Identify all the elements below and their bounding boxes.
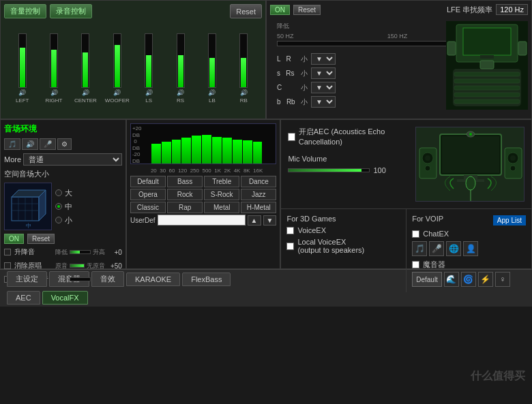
brb-select[interactable]: ▼: [311, 96, 336, 108]
env-reset-btn[interactable]: Reset: [27, 234, 55, 244]
eq-opera-btn[interactable]: Opera: [130, 189, 166, 200]
effect-icon-3[interactable]: 🌐: [446, 241, 461, 256]
svg-rect-9: [454, 79, 520, 83]
center-slider[interactable]: [81, 33, 89, 88]
tab-vocalfx[interactable]: VocalFX: [42, 291, 88, 305]
chatex-checkbox[interactable]: [412, 230, 419, 238]
eq-arrow-up[interactable]: ▲: [248, 215, 261, 226]
eq-user-row: UserDef ▲ ▼: [130, 215, 277, 226]
pitch-check[interactable]: [4, 249, 11, 255]
c-select[interactable]: ▼: [311, 82, 336, 93]
recording-control-btn[interactable]: 录音控制: [50, 4, 92, 18]
ls-channel: 🔊 LS: [134, 33, 164, 104]
svg-point-39: [466, 176, 475, 190]
eq-default-btn[interactable]: Default: [130, 176, 166, 187]
tab-main-settings[interactable]: 主设定: [7, 271, 47, 287]
right-channel: 🔊 RIGHT: [39, 33, 68, 104]
tab-karaoke[interactable]: KARAOKE: [126, 273, 180, 286]
mic-vol-label: Mic Volume: [288, 155, 409, 163]
effect-icon-1[interactable]: 🎵: [412, 241, 427, 256]
speaker-theater-image: [446, 21, 528, 110]
magic-label: 魔音器: [423, 260, 447, 270]
audio-reset-btn[interactable]: Reset: [230, 4, 262, 18]
eq-jazz-btn[interactable]: Jazz: [241, 189, 276, 200]
env-btn-3[interactable]: 🎤: [40, 138, 56, 150]
left-slider[interactable]: [18, 33, 27, 88]
srs-select[interactable]: ▼: [311, 67, 336, 79]
eq-bar-6: [202, 135, 211, 164]
env-btn-4[interactable]: ⚙: [57, 138, 72, 150]
env-btn-1[interactable]: 🎵: [4, 138, 20, 150]
woofer-label: WOOFER: [105, 97, 130, 104]
preset-select[interactable]: 普通 剧院 音乐厅: [23, 153, 122, 166]
magic-checkbox[interactable]: [412, 261, 419, 268]
size-medium[interactable]: 中: [55, 202, 72, 212]
env-on-reset-row: ON Reset: [4, 234, 122, 244]
eq-bar-2: [162, 142, 171, 164]
effect-icon-4[interactable]: 👤: [463, 241, 478, 256]
aec-checkbox[interactable]: [288, 133, 295, 141]
tab-effects[interactable]: 音效: [91, 271, 124, 287]
eq-user-input[interactable]: [158, 215, 246, 226]
size-large[interactable]: 大: [55, 188, 72, 198]
right-slider[interactable]: [50, 33, 58, 88]
eq-treble-btn[interactable]: Treble: [204, 176, 239, 187]
size-small-dot: [55, 217, 62, 223]
env-on-btn[interactable]: ON: [4, 234, 24, 244]
eq-srock-btn[interactable]: S-Rock: [204, 189, 239, 200]
mic-vol-slider-row: 100: [288, 166, 409, 174]
chatex-label: ChatEX: [423, 230, 449, 238]
rb-channel: 🔊 RB: [229, 33, 258, 104]
svg-rect-3: [463, 28, 511, 55]
eq-arrow-down[interactable]: ▼: [263, 215, 277, 226]
tab-flexbass[interactable]: FlexBass: [182, 273, 231, 286]
rs-slider[interactable]: [177, 33, 185, 88]
lfe-scale-50: 50 HZ: [277, 33, 294, 40]
mic-echo-slider[interactable]: [70, 277, 91, 281]
lb-slider[interactable]: [208, 33, 216, 88]
left-channel: 🔊 LEFT: [8, 33, 37, 104]
tab-aec[interactable]: AEC: [7, 291, 40, 305]
sound-env-title: 音场环境: [4, 123, 37, 135]
size-small[interactable]: 小: [55, 215, 72, 226]
right-speaker-icon: 🔊: [50, 89, 58, 96]
voiceex-checkbox[interactable]: [286, 227, 294, 234]
eq-hmetal-btn[interactable]: H-Metal: [241, 202, 276, 213]
vocal-value: +50: [108, 262, 122, 270]
vocal-slider-area: 原音 无原音: [55, 262, 105, 270]
eq-display: +20 DB 0 DB -20 DB: [130, 123, 277, 164]
woofer-slider[interactable]: [113, 33, 121, 88]
eq-rock-btn[interactable]: Rock: [167, 189, 203, 200]
rb-slider[interactable]: [239, 33, 248, 88]
voiceex-label: VoiceEX: [297, 226, 326, 234]
eq-bar-4: [181, 138, 191, 164]
lfe-reset-btn[interactable]: Reset: [293, 5, 321, 15]
eq-classic-btn[interactable]: Classic: [130, 202, 166, 213]
vocal-remove-row: 消除原唱 原音 无原音 +50: [4, 261, 122, 270]
eq-bass-btn[interactable]: Bass: [167, 176, 203, 187]
vocal-check[interactable]: [4, 262, 11, 269]
brb-small: 小: [301, 97, 308, 107]
eq-rap-btn[interactable]: Rap: [167, 202, 203, 213]
volume-control-btn[interactable]: 音量控制: [4, 4, 46, 18]
eq-metal-btn[interactable]: Metal: [204, 202, 239, 213]
lfe-title: LFE 串扰频率: [447, 5, 492, 15]
lfe-on-btn[interactable]: ON: [270, 5, 290, 15]
lr-select[interactable]: ▼: [311, 53, 336, 65]
ls-slider[interactable]: [145, 33, 153, 88]
mic-slider-track[interactable]: [288, 168, 370, 172]
magic-row: 魔音器: [412, 260, 526, 270]
games-title: For 3D Games: [286, 215, 400, 223]
app-list-btn[interactable]: App List: [493, 215, 526, 226]
vocal-slider[interactable]: [70, 264, 85, 268]
aec-label: 开启AEC (Acoustics Echo Cancellation): [299, 127, 409, 148]
lfe-scale-150: 150 HZ: [387, 33, 408, 40]
env-btn-2[interactable]: 🔊: [22, 138, 38, 150]
pitch-slider[interactable]: [70, 250, 91, 254]
eq-scale-left: +20 DB 0 DB -20 DB: [132, 125, 142, 164]
ls-label: LS: [145, 97, 152, 104]
effect-icon-2[interactable]: 🎤: [429, 241, 444, 256]
eq-dance-btn[interactable]: Dance: [241, 176, 276, 187]
svg-rect-4: [480, 55, 494, 59]
localvoiceex-checkbox[interactable]: [286, 243, 294, 250]
